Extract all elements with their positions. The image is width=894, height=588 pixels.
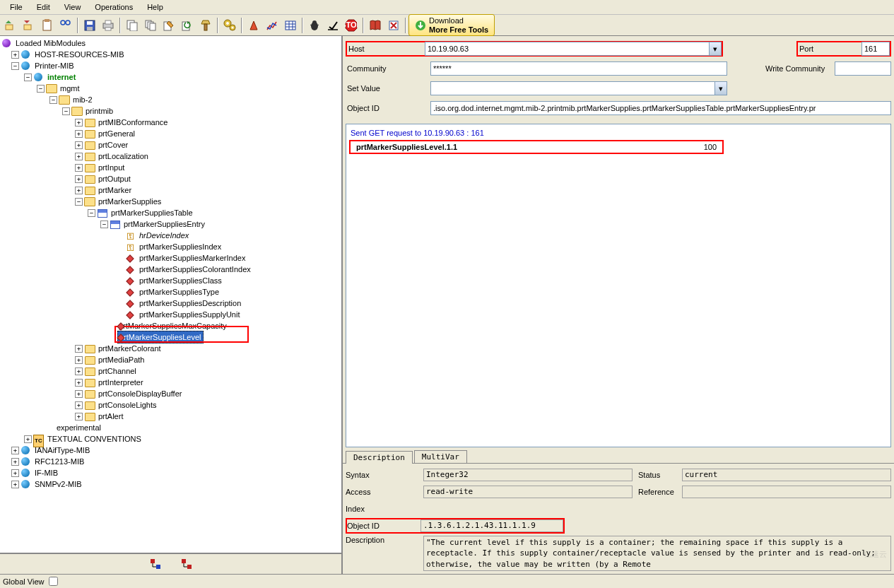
host-input[interactable]: 10.19.90.63▾ <box>425 42 722 56</box>
node-general[interactable]: prtGeneral <box>97 128 136 139</box>
expand-icon[interactable]: + <box>75 141 83 149</box>
node-sup-type[interactable]: prtMarkerSuppliesType <box>138 286 220 298</box>
menu-file[interactable]: File <box>3 1 30 13</box>
node-sup-index[interactable]: prtMarkerSuppliesIndex <box>138 241 223 252</box>
node-ifmib[interactable]: IF-MIB <box>33 467 59 478</box>
node-mib2[interactable]: mib-2 <box>71 94 94 105</box>
expand-icon[interactable]: + <box>75 356 83 364</box>
objectid-input[interactable] <box>430 101 891 115</box>
expand-icon[interactable]: + <box>75 164 83 172</box>
node-textconv[interactable]: TEXTUAL CONVENTIONS <box>46 433 143 445</box>
node-printmib[interactable]: printmib <box>84 105 114 117</box>
node-localization[interactable]: prtLocalization <box>97 151 150 162</box>
node-supplies-table[interactable]: prtMarkerSuppliesTable <box>110 207 194 218</box>
expand-icon[interactable]: + <box>75 368 83 375</box>
tool-save[interactable] <box>81 17 98 34</box>
tool-open-mib[interactable] <box>2 17 19 34</box>
tool-clipboard[interactable] <box>39 17 56 34</box>
expand-icon[interactable]: + <box>11 51 19 59</box>
menu-help[interactable]: Help <box>140 1 170 13</box>
collapse-icon[interactable]: − <box>75 198 83 206</box>
node-sup-unit[interactable]: prtMarkerSuppliesSupplyUnit <box>138 309 241 320</box>
node-console[interactable]: prtConsoleDisplayBuffer <box>97 388 183 399</box>
download-more-tools-button[interactable]: DownloadMore Free Tools <box>408 14 495 35</box>
node-interpreter[interactable]: prtInterpreter <box>97 377 145 388</box>
community-input[interactable] <box>430 61 727 76</box>
node-experimental[interactable]: experimental <box>55 422 102 433</box>
port-input[interactable] <box>861 42 890 56</box>
expand-icon[interactable]: + <box>75 390 83 398</box>
menu-operations[interactable]: Operations <box>88 1 140 13</box>
tool-clear[interactable] <box>197 17 214 34</box>
collapse-icon[interactable]: − <box>11 62 19 70</box>
expand-icon[interactable]: + <box>75 379 83 387</box>
expand-icon[interactable]: + <box>24 435 32 443</box>
node-output[interactable]: prtOutput <box>97 173 132 184</box>
tree-root[interactable]: Loaded MibModules <box>14 37 87 49</box>
node-sup-max[interactable]: prtMarkerSuppliesMaxCapacity <box>117 320 228 331</box>
node-sup-class[interactable]: prtMarkerSuppliesClass <box>138 275 223 286</box>
expand-icon[interactable]: + <box>75 175 83 183</box>
tool-copy-multi[interactable] <box>142 17 159 34</box>
node-alert[interactable]: prtAlert <box>97 411 124 422</box>
node-sup-level-selected[interactable]: prtMarkerSuppliesLevel <box>117 331 204 343</box>
node-input[interactable]: prtInput <box>97 162 126 173</box>
tree-tool-2-icon[interactable] <box>182 559 192 569</box>
collapse-icon[interactable]: − <box>49 96 57 104</box>
tab-multivar[interactable]: MultiVar <box>414 450 467 463</box>
tree-tool-1-icon[interactable] <box>151 559 160 569</box>
tool-find[interactable] <box>57 17 74 34</box>
expand-icon[interactable]: + <box>11 481 19 488</box>
node-sup-marker[interactable]: prtMarkerSuppliesMarkerIndex <box>138 252 247 264</box>
node-hrdeviceindex[interactable]: hrDeviceIndex <box>138 230 190 241</box>
node-marker[interactable]: prtMarker <box>97 184 133 196</box>
tool-exit[interactable] <box>385 17 402 34</box>
tool-settings[interactable] <box>221 17 238 34</box>
chevron-down-icon[interactable]: ▾ <box>709 42 721 55</box>
collapse-icon[interactable]: − <box>100 220 108 228</box>
collapse-icon[interactable]: − <box>88 209 95 217</box>
write-community-input[interactable] <box>835 61 891 76</box>
node-colorant[interactable]: prtMarkerColorant <box>97 343 163 354</box>
tool-copy[interactable] <box>124 17 141 34</box>
tool-graph[interactable] <box>264 17 281 34</box>
node-rfc1213[interactable]: RFC1213-MIB <box>33 456 86 467</box>
setvalue-input[interactable]: ▾ <box>430 81 727 95</box>
tool-print[interactable] <box>100 17 117 34</box>
tool-trap[interactable] <box>245 17 262 34</box>
chevron-down-icon[interactable]: ▾ <box>714 82 727 95</box>
expand-icon[interactable]: + <box>75 130 83 138</box>
tool-stop[interactable]: STOP <box>343 17 360 34</box>
tab-description[interactable]: Description <box>346 451 413 464</box>
collapse-icon[interactable]: − <box>62 107 70 115</box>
expand-icon[interactable]: + <box>11 458 19 466</box>
expand-icon[interactable]: + <box>75 401 83 409</box>
tool-help-book[interactable] <box>367 17 384 34</box>
node-channel[interactable]: prtChannel <box>97 365 138 377</box>
result-row[interactable]: prtMarkerSuppliesLevel.1.1 100 <box>349 140 724 154</box>
node-cover[interactable]: prtCover <box>97 139 129 151</box>
collapse-icon[interactable]: − <box>37 85 45 93</box>
tool-check[interactable] <box>324 17 341 34</box>
global-view-checkbox[interactable] <box>49 577 58 586</box>
expand-icon[interactable]: + <box>11 447 19 454</box>
node-conformance[interactable]: prtMIBConformance <box>97 117 169 128</box>
expand-icon[interactable]: + <box>75 153 83 160</box>
node-internet[interactable]: internet <box>46 71 77 83</box>
node-host-resources[interactable]: HOST-RESOURCES-MIB <box>33 49 126 60</box>
node-lights[interactable]: prtConsoleLights <box>97 399 158 411</box>
tool-debug[interactable] <box>306 17 323 34</box>
node-sup-desc[interactable]: prtMarkerSuppliesDescription <box>138 298 242 309</box>
menu-edit[interactable]: Edit <box>30 1 57 13</box>
tool-set[interactable] <box>160 17 177 34</box>
expand-icon[interactable]: + <box>11 469 19 477</box>
expand-icon[interactable]: + <box>75 187 83 194</box>
expand-icon[interactable]: + <box>75 119 83 127</box>
node-supplies[interactable]: prtMarkerSupplies <box>97 196 163 207</box>
node-printer-mib[interactable]: Printer-MIB <box>33 60 76 71</box>
menu-view[interactable]: View <box>57 1 88 13</box>
expand-icon[interactable]: + <box>75 413 83 421</box>
node-mgmt[interactable]: mgmt <box>59 83 81 94</box>
tool-refresh-set[interactable] <box>179 17 196 34</box>
mib-tree[interactable]: Loaded MibModules +HOST-RESOURCES-MIB −P… <box>0 36 341 553</box>
